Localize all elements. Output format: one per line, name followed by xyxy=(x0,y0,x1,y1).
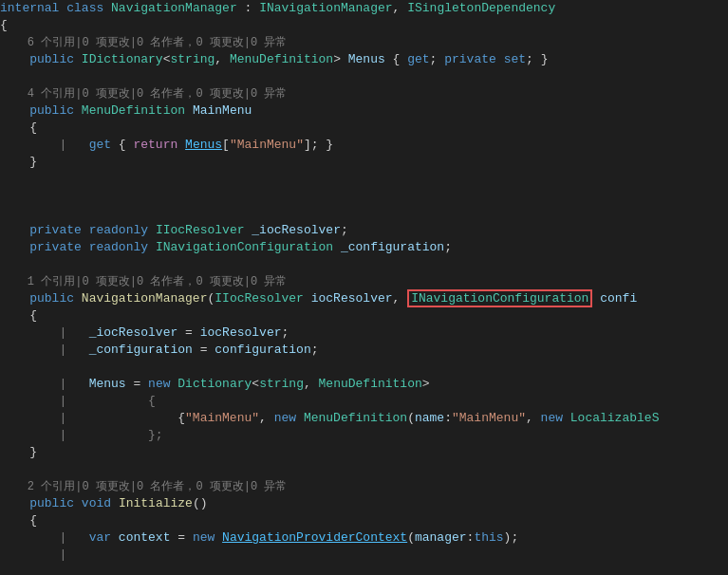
code-editor: internal class NavigationManager : INavi… xyxy=(0,0,728,575)
code-content: internal class NavigationManager : INavi… xyxy=(0,0,728,564)
line-1: internal class NavigationManager : INavi… xyxy=(0,1,659,562)
